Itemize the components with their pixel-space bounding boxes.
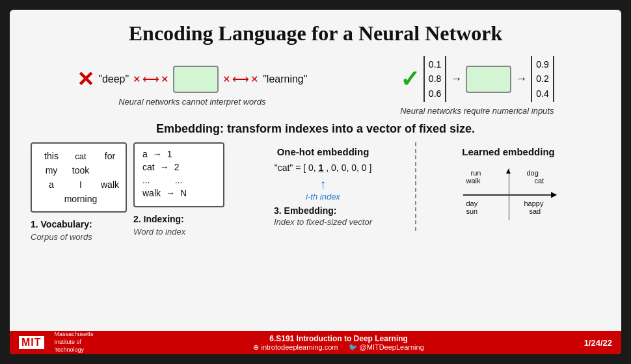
embedding-section-label-container: 3. Embedding: Index to fixed-sized vecto… [274,202,372,227]
index-arrow-a: → [153,149,162,159]
learned-subtitle: Learned embedding [462,146,555,157]
vocab-empty1 [97,163,123,177]
arrow-up-icon: ↑ [320,177,327,192]
footer-website: ⊕ introtodeeplearning.com [253,343,338,352]
learned-day: day [466,200,478,207]
learned-sun: sun [466,207,478,215]
footer: MIT Massachusetts Institute of Technolog… [10,331,621,354]
onehot-subtitle: One-hot embedding [277,146,369,157]
top-section: ✕ "deep" ✕⟷✕ ✕⟷✕ "learning" N [31,56,600,116]
word-deep: "deep" [98,73,129,85]
footer-links: ⊕ introtodeeplearning.com 🐦 @MITDeepLear… [253,343,423,352]
bottom-section: this cat for my took a I walk morning [31,142,600,242]
vocab-label: 1. Vocabulary: [31,219,92,229]
vocabulary-box: this cat for my took a I walk morning [31,142,127,213]
learned-run: run [471,169,481,177]
top-right-diagram: ✓ 0.1 0.8 0.6 → → 0.9 [400,56,554,116]
input-vector: 0.1 0.8 0.6 [423,56,446,102]
indexing-label: 2. Indexing: [133,214,184,224]
index-row-cat: cat → 2 [142,162,215,172]
vocab-I: I [64,177,97,192]
require-numerical-caption: Neural networks require numerical inputs [400,106,554,116]
neural-net-box-right [466,66,511,93]
green-check-icon: ✓ [400,66,420,93]
learned-diagram: ▶ ▲ run walk dog cat day sun happy sad [457,165,561,224]
embedding-sublabel: Index to fixed-sized vector [274,217,372,227]
indexing-sublabel: Word to index [133,227,185,237]
word-learning: "learning" [263,73,307,85]
footer-course: 6.S191 Introduction to Deep Learning [269,334,408,343]
vocab-empty2 [38,192,64,206]
onehot-box: One-hot embedding "cat" = [ 0, 1 , 0, 0,… [231,142,416,231]
arrow-right-icon2: → [515,72,527,86]
index-dots2: ... [175,175,183,185]
red-x-icon: ✕ [77,69,94,90]
vocab-my: my [38,163,64,177]
index-dots: ... [142,175,150,185]
index-word-walk: walk [142,188,161,198]
cannot-interpret-diagram: ✕ "deep" ✕⟷✕ ✕⟷✕ "learning" [77,66,307,93]
learned-dog: dog [527,169,539,177]
embedding-title: Embedding: transform indexes into a vect… [31,122,600,136]
neural-net-box-left [173,66,219,93]
onehot-eq-rest: , 0, 0, 0, 0 ] [326,162,371,173]
index-row-dots: ... ... [142,175,215,185]
learned-cat: cat [535,177,544,185]
footer-twitter: 🐦 @MITDeepLearning [349,343,424,352]
vocab-cat: cat [64,149,97,163]
vocabulary-section: this cat for my took a I walk morning [31,142,127,242]
vocab-took: took [64,163,97,177]
mit-text: MIT [19,336,44,349]
embedding-section: One-hot embedding "cat" = [ 0, 1 , 0, 0,… [231,142,600,231]
vocab-for: for [97,149,123,163]
mit-logo-box: MIT [19,336,44,349]
crossed-arrow-left: ✕⟷✕ [133,72,169,86]
crossed-arrow-right: ✕⟷✕ [222,72,259,86]
onehot-equation: "cat" = [ 0, 1 , 0, 0, 0, 0 ] [275,162,372,173]
top-left-diagram: ✕ "deep" ✕⟷✕ ✕⟷✕ "learning" N [77,66,307,107]
index-arrow-walk: → [166,188,175,198]
ith-index-container: ↑ i-th index [306,177,340,202]
index-row-walk: walk → N [142,188,215,198]
vocabulary-grid: this cat for my took a I walk morning [38,149,119,206]
vocab-walk: walk [97,177,123,192]
vocab-a: a [38,177,64,192]
vocab-this: this [38,149,64,163]
output-vector: 0.9 0.2 0.4 [531,56,554,102]
axis-up-arrow: ▲ [505,166,513,176]
index-num-cat: 2 [174,162,180,172]
index-arrow-cat: → [160,162,169,172]
index-word-cat: cat [142,162,155,172]
ith-label: i-th index [306,192,340,202]
index-row-a: a → 1 [142,149,215,159]
axis-right-arrow: ▶ [551,190,557,199]
vocab-morning: morning [64,192,97,206]
learned-walk: walk [466,177,481,185]
mit-logo: MIT Massachusetts Institute of Technolog… [19,331,94,354]
onehot-one: 1 [319,162,324,173]
slide-content: Encoding Language for a Neural Network ✕… [10,10,621,331]
cat-quote-label: "cat" [275,162,293,173]
embedding-label: 3. Embedding: [274,205,372,216]
numerical-input-diagram: ✓ 0.1 0.8 0.6 → → 0.9 [400,56,554,102]
index-word-a: a [142,149,148,159]
indexing-box: a → 1 cat → 2 ... ... wal [133,142,224,207]
footer-center: 6.S191 Introduction to Deep Learning ⊕ i… [94,334,584,352]
learned-happy: happy [524,200,544,207]
cannot-interpret-caption: Neural networks cannot interpret words [118,97,265,107]
vocab-empty3 [97,192,123,206]
vocab-sublabel: Corpus of words [31,232,92,242]
slide: Encoding Language for a Neural Network ✕… [10,10,621,354]
arrow-right-icon: → [450,72,462,86]
indexing-section: a → 1 cat → 2 ... ... wal [133,142,224,237]
index-num-a: 1 [167,149,172,159]
mit-subtext: Massachusetts Institute of Technology [55,331,94,354]
onehot-eq-equals: = [ 0, [295,162,318,173]
v-axis [509,168,510,220]
learned-box: Learned embedding ▶ ▲ run walk dog cat [416,142,600,231]
footer-date: 1/24/22 [584,338,612,348]
learned-sad: sad [530,207,541,215]
index-num-walk: N [180,188,187,198]
slide-title: Encoding Language for a Neural Network [31,21,600,46]
